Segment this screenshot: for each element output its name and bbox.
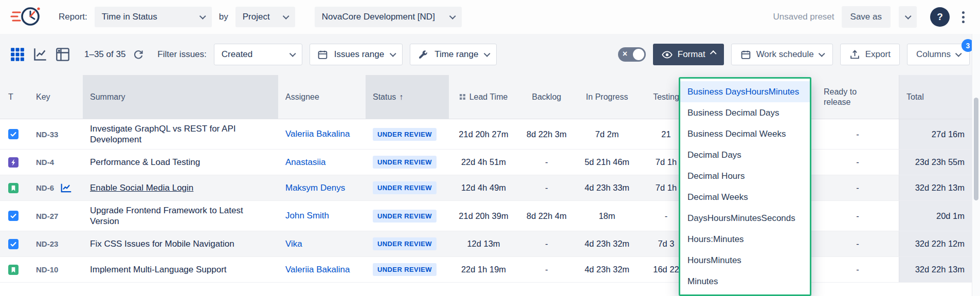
format-option-decimal-days[interactable]: Decimal Days [680, 144, 810, 165]
backlog-cell: - [518, 231, 575, 256]
total-cell: 27d 16m [899, 119, 972, 149]
assignee-cell: John Smith [278, 201, 366, 231]
save-as-button[interactable]: Save as [842, 6, 891, 28]
lead-time-cell: 22d 4h 51m [449, 150, 518, 175]
status-cell: UNDER REVIEW [366, 175, 449, 200]
assignee-link[interactable]: Anastasiia [285, 157, 325, 168]
export-button[interactable]: Export [840, 44, 900, 65]
vertical-scrollbar[interactable] [972, 34, 980, 296]
time-range-button[interactable]: Time range [410, 44, 497, 65]
column-label: Total [906, 92, 924, 102]
backlog-cell: - [518, 150, 575, 175]
issues-range-button[interactable]: Issues range [310, 44, 403, 65]
assignee-link[interactable]: Valeriia Bakalina [285, 129, 350, 139]
column-header-assignee[interactable]: Assignee [278, 75, 366, 119]
chevron-down-icon [449, 13, 456, 20]
format-option-hours-minutes[interactable]: Hours:Minutes [680, 229, 810, 250]
format-option-business-decimal-days[interactable]: Business Decimal Days [680, 102, 810, 123]
column-label: T [8, 92, 13, 102]
task-icon [8, 211, 19, 221]
format-option-decimal-weeks[interactable]: Decimal Weeks [680, 187, 810, 208]
export-icon [849, 49, 860, 60]
in-progress-cell: 18m [575, 201, 639, 231]
column-header-summary[interactable]: Summary [83, 75, 278, 119]
in-progress-cell: 4d 23h 33m [575, 175, 639, 200]
story-icon [8, 265, 19, 275]
column-label: Status [373, 92, 396, 102]
column-header-in-progress[interactable]: In Progress [575, 75, 639, 119]
group-by-select[interactable]: Project [235, 7, 295, 27]
help-button[interactable]: ? [930, 7, 950, 27]
assignee-link[interactable]: John Smith [285, 211, 329, 221]
work-schedule-button[interactable]: Work schedule [731, 44, 833, 65]
assignee-link[interactable]: Maksym Denys [285, 183, 345, 193]
toolbar: 1–35 of 35 Filter issues: Created Issues… [0, 34, 980, 75]
issue-key-cell: ND-23 [29, 231, 83, 256]
format-option-minutes[interactable]: Minutes [680, 271, 810, 292]
chart-view-button[interactable] [33, 47, 47, 62]
backlog-cell: - [518, 175, 575, 200]
save-as-dropdown-button[interactable] [899, 6, 917, 28]
issue-type-cell [0, 119, 29, 149]
chevron-up-icon [710, 50, 716, 57]
column-label: Key [36, 92, 50, 102]
issue-type-cell [0, 231, 29, 256]
assignee-cell: Valeriia Bakalina [278, 119, 366, 149]
sort-ascending-icon: ↑ [399, 92, 403, 102]
format-option-decimal-hours[interactable]: Decimal Hours [680, 165, 810, 187]
unsaved-preset-label: Unsaved preset [773, 12, 834, 22]
issue-summary: Investigate GraphQL vs REST for API Deve… [83, 119, 278, 149]
columns-label: Columns [916, 49, 951, 60]
issue-summary[interactable]: Enable Social Media Login [83, 175, 278, 200]
issue-type-cell [0, 150, 29, 175]
chevron-down-icon [905, 13, 912, 20]
column-header-backlog[interactable]: Backlog [518, 75, 575, 119]
status-cell: UNDER REVIEW [366, 231, 449, 256]
format-button[interactable]: Format [653, 44, 724, 65]
view-toggle[interactable]: × [618, 47, 646, 62]
format-option-dayshoursminutesseconds[interactable]: DaysHoursMinutesSeconds [680, 208, 810, 229]
project-select[interactable]: NovaCore Development [ND] [315, 7, 462, 27]
report-type-select[interactable]: Time in Status [95, 7, 212, 27]
column-header-status[interactable]: Status↑ [366, 75, 449, 119]
report-label: Report: [59, 12, 87, 22]
task-icon [8, 129, 19, 139]
status-cell: UNDER REVIEW [366, 201, 449, 231]
chevron-down-icon [955, 50, 962, 57]
refresh-button[interactable] [133, 49, 144, 60]
pivot-view-button[interactable] [56, 47, 70, 62]
column-label: Assignee [285, 92, 319, 102]
scrollbar-thumb[interactable] [974, 98, 978, 200]
ready-to-release-cell: - [816, 119, 899, 149]
column-header-key[interactable]: Key [29, 75, 83, 119]
issue-row: ND-23Fix CSS Issues for Mobile Navigatio… [0, 231, 980, 257]
more-options-button[interactable] [957, 8, 970, 26]
issue-key-cell: ND-27 [29, 201, 83, 231]
calendar-icon [317, 49, 328, 60]
total-cell: 32d 22h 13m [899, 175, 972, 200]
format-option-business-decimal-weeks[interactable]: Business Decimal Weeks [680, 123, 810, 144]
column-header-lead-time[interactable]: Lead Time [449, 75, 518, 119]
assignee-link[interactable]: Vika [285, 239, 302, 249]
issue-key-cell: ND-4 [29, 150, 83, 175]
format-option-hoursminutes[interactable]: HoursMinutes [680, 250, 810, 271]
table-view-button[interactable] [10, 47, 25, 62]
column-label: Lead Time [469, 92, 508, 102]
columns-button[interactable]: Columns 3 [907, 44, 970, 65]
story-icon [8, 183, 19, 193]
issue-key: ND-23 [36, 239, 58, 248]
issue-summary: Fix CSS Issues for Mobile Navigation [83, 231, 278, 256]
column-header-total[interactable]: Total [899, 75, 972, 119]
chevron-down-icon [390, 50, 396, 57]
filter-field-select[interactable]: Created [214, 44, 302, 65]
format-option-business-dayshoursminutes[interactable]: Business DaysHoursMinutes [680, 81, 810, 102]
column-header-t[interactable]: T [0, 75, 29, 119]
ready-to-release-cell: - [816, 231, 899, 256]
column-label: In Progress [586, 92, 628, 102]
column-header-ready-to-release[interactable]: Ready to release [816, 75, 899, 119]
in-progress-cell: 4d 23h 32m [575, 257, 639, 282]
status-cell: UNDER REVIEW [366, 119, 449, 149]
group-by-value: Project [243, 12, 270, 22]
issue-chart-icon[interactable] [60, 183, 72, 193]
assignee-link[interactable]: Valeriia Bakalina [285, 265, 350, 275]
